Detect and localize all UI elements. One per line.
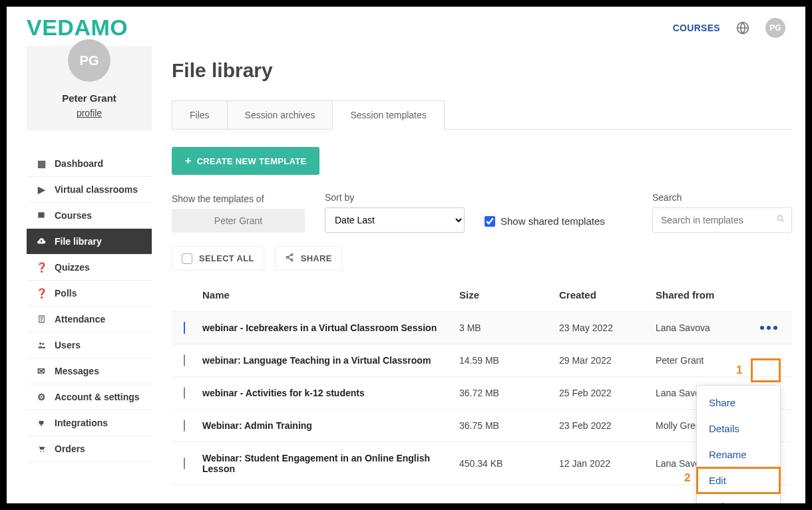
menu-edit[interactable]: Edit — [697, 467, 780, 493]
plus-icon: + — [185, 155, 192, 167]
tab-session-archives[interactable]: Session archives — [227, 100, 333, 129]
sidebar-item-account-settings[interactable]: ⚙Account & settings — [27, 384, 152, 410]
sidebar-item-integrations[interactable]: Integrations — [27, 410, 152, 436]
plug-icon — [36, 418, 47, 428]
sidebar-item-messages[interactable]: ✉Messages — [27, 358, 152, 384]
page-title: File library — [172, 59, 792, 82]
sidebar-item-label: Virtual classrooms — [55, 184, 138, 195]
svg-point-6 — [777, 215, 782, 220]
profile-name: Peter Grant — [27, 92, 152, 104]
brand-logo[interactable]: VEDAMO — [27, 15, 128, 41]
book-icon — [36, 211, 47, 220]
menu-rename[interactable]: Rename — [697, 442, 780, 467]
sort-select[interactable]: Date Last — [325, 207, 465, 233]
mail-icon: ✉ — [36, 366, 47, 376]
show-shared-checkbox[interactable] — [485, 216, 495, 227]
row-created: 25 Feb 2022 — [559, 388, 656, 398]
row-checkbox[interactable] — [184, 457, 185, 469]
svg-point-4 — [40, 451, 41, 452]
owner-filter-label: Show the templates of — [172, 193, 305, 204]
cart-icon — [36, 444, 47, 453]
grid-icon: ▦ — [36, 158, 47, 169]
sidebar-item-attendance[interactable]: Attendance — [27, 307, 152, 332]
question-icon: ❓ — [36, 288, 47, 299]
svg-point-3 — [42, 343, 44, 345]
share-button[interactable]: SHARE — [275, 246, 342, 271]
sort-label: Sort by — [325, 192, 465, 203]
share-icon — [285, 253, 294, 264]
sidebar-item-label: Account & settings — [55, 392, 140, 402]
row-size: 3 MB — [459, 322, 559, 333]
row-checkbox[interactable] — [184, 322, 185, 334]
avatar[interactable]: PG — [765, 18, 785, 38]
sidebar-item-label: Attendance — [55, 314, 105, 324]
create-button-label: CREATE NEW TEMPLATE — [197, 156, 307, 166]
sidebar-item-file-library[interactable]: File library — [27, 229, 152, 255]
row-size: 36.75 MB — [459, 420, 559, 431]
sidebar-item-label: File library — [55, 236, 102, 247]
sidebar-item-courses[interactable]: Courses — [27, 203, 152, 229]
row-name: webinar: Language Teaching in a Virtual … — [202, 355, 459, 366]
sidebar-item-virtual-classrooms[interactable]: ▶Virtual classrooms — [27, 177, 152, 203]
sidebar-item-label: Users — [55, 340, 81, 350]
search-label: Search — [652, 192, 792, 203]
sidebar-item-label: Integrations — [55, 418, 108, 428]
menu-delete[interactable]: Delete — [697, 493, 780, 510]
row-name: webinar - Icebreakers in a Virtual Class… — [202, 322, 459, 333]
sidebar-item-label: Dashboard — [55, 158, 103, 169]
row-created: 23 Feb 2022 — [559, 420, 656, 431]
annotation-1: 1 — [736, 364, 742, 377]
globe-icon[interactable] — [736, 21, 749, 35]
search-input[interactable] — [652, 207, 792, 233]
sidebar-item-label: Polls — [55, 288, 77, 299]
col-name: Name — [202, 289, 459, 301]
menu-details[interactable]: Details — [697, 416, 780, 442]
menu-share[interactable]: Share — [697, 390, 780, 416]
gear-icon: ⚙ — [36, 392, 47, 402]
row-created: 23 May 2022 — [559, 322, 656, 333]
play-icon: ▶ — [36, 184, 47, 195]
row-created: 29 Mar 2022 — [559, 355, 656, 366]
document-icon — [36, 315, 47, 324]
sidebar-item-quizzes[interactable]: ❓Quizzes — [27, 255, 152, 281]
svg-point-5 — [43, 451, 44, 452]
row-size: 450.34 KB — [459, 458, 559, 469]
row-name: webinar - Activities for k-12 students — [202, 388, 459, 398]
row-checkbox[interactable] — [184, 420, 185, 432]
annotation-2: 2 — [684, 471, 690, 485]
row-name: Webinar: Student Engagement in an Online… — [202, 453, 459, 474]
sidebar-item-users[interactable]: Users — [27, 332, 152, 358]
courses-link[interactable]: COURSES — [673, 23, 720, 33]
show-shared-label: Show shared templates — [501, 215, 605, 227]
row-checkbox[interactable] — [184, 387, 185, 399]
create-new-template-button[interactable]: + CREATE NEW TEMPLATE — [172, 147, 319, 175]
col-shared: Shared from — [656, 289, 752, 301]
sidebar-item-orders[interactable]: Orders — [27, 436, 152, 462]
row-size: 36.72 MB — [459, 388, 559, 398]
row-name: Webinar: Admin Training — [202, 420, 459, 431]
tab-files[interactable]: Files — [172, 100, 228, 129]
search-icon — [776, 214, 785, 226]
users-icon — [36, 340, 47, 350]
owner-filter-value[interactable]: Peter Grant — [172, 209, 305, 233]
col-created: Created — [559, 289, 656, 301]
svg-point-2 — [39, 342, 42, 345]
select-all-button[interactable]: SELECT ALL — [172, 246, 264, 271]
table-row[interactable]: webinar - Icebreakers in a Virtual Class… — [172, 312, 792, 344]
profile-link[interactable]: profile — [77, 108, 102, 118]
table-row[interactable]: webinar: Language Teaching in a Virtual … — [172, 344, 792, 377]
profile-avatar: PG — [68, 39, 110, 82]
sidebar-item-label: Messages — [55, 366, 99, 376]
profile-card: PG Peter Grant profile — [27, 46, 152, 131]
sidebar-item-label: Orders — [55, 444, 85, 454]
row-created: 12 Jan 2022 — [559, 458, 656, 469]
row-shared: Lana Savova — [656, 322, 752, 333]
sidebar-item-dashboard[interactable]: ▦Dashboard — [27, 151, 152, 177]
row-checkbox[interactable] — [184, 354, 185, 366]
sidebar-item-polls[interactable]: ❓Polls — [27, 281, 152, 307]
table-header: Name Size Created Shared from — [172, 279, 792, 312]
col-size: Size — [459, 289, 559, 301]
more-actions-icon[interactable] — [752, 326, 785, 330]
share-label: SHARE — [301, 253, 332, 263]
tab-session-templates[interactable]: Session templates — [332, 100, 444, 130]
